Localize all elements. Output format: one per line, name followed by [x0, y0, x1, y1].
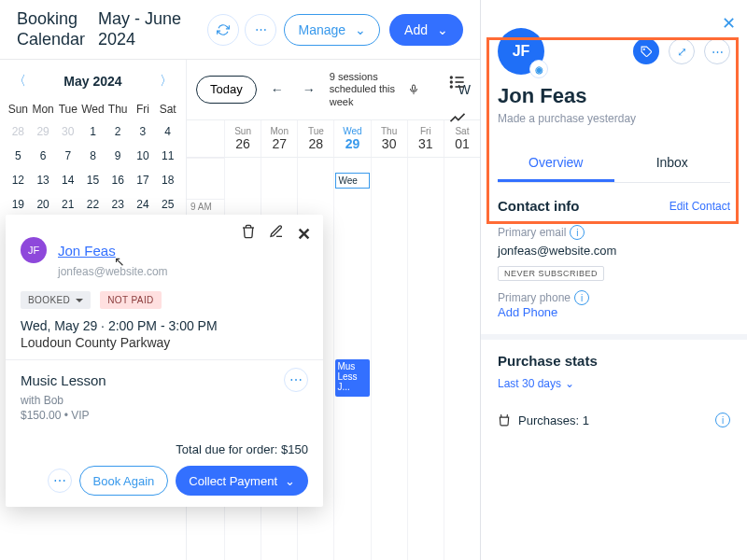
service-more-icon[interactable]: ⋯ [284, 368, 308, 392]
date-range: May - June2024 [98, 9, 181, 49]
cursor-icon: ↖ [114, 254, 125, 269]
add-phone-link[interactable]: Add Phone [498, 305, 730, 319]
contact-panel: ✕ JF ◉ ⤢ ⋯ Jon Feas Made a purchase yest… [481, 0, 747, 560]
calendar-day[interactable]: 3 [131, 119, 156, 144]
calendar-day[interactable]: 7 [55, 144, 80, 168]
field-label: Primary phone i [498, 290, 730, 305]
svg-rect-0 [412, 85, 415, 91]
delete-icon[interactable] [241, 224, 258, 241]
day-column-header[interactable]: Tue28 [297, 120, 333, 157]
calendar-day[interactable]: 8 [80, 144, 106, 168]
add-button[interactable]: Add⌄ [389, 14, 463, 46]
subscription-badge: NEVER SUBSCRIBED [498, 266, 604, 281]
dow-label: Tue [55, 99, 80, 119]
list-icon[interactable] [448, 73, 467, 91]
calendar-day[interactable]: 14 [55, 168, 80, 192]
contact-name: Jon Feas [498, 84, 730, 108]
dow-label: Fri [131, 99, 156, 119]
next-week-icon[interactable]: → [298, 78, 320, 101]
calendar-day[interactable]: 18 [155, 168, 180, 192]
service-price: $150.00 • VIP [21, 409, 308, 422]
calendar-day[interactable]: 16 [106, 168, 131, 192]
svg-point-7 [643, 49, 644, 49]
booking-time: Wed, May 29 · 2:00 PM - 3:00 PM [21, 318, 308, 333]
tab-overview[interactable]: Overview [498, 146, 614, 182]
calendar-day[interactable]: 25 [155, 192, 180, 217]
section-title: Contact info [498, 198, 580, 214]
calendar-day[interactable]: 29 [31, 119, 56, 144]
day-column-header[interactable]: Fri31 [407, 120, 444, 157]
event-chip[interactable]: MusLessJ... [335, 359, 369, 397]
close-icon[interactable]: ✕ [297, 224, 314, 241]
expand-icon[interactable]: ⤢ [669, 38, 695, 64]
calendar-day[interactable]: 12 [6, 168, 31, 192]
day-column-header[interactable]: Sun26 [224, 120, 261, 157]
status-badge[interactable]: BOOKED [21, 291, 91, 309]
dow-label: Wed [80, 99, 106, 119]
dow-label: Mon [31, 99, 56, 119]
range-dropdown[interactable]: Last 30 days ⌄ [498, 377, 574, 390]
svg-point-1 [451, 77, 453, 78]
prev-month-icon[interactable]: 〈 [13, 73, 26, 90]
field-label: Primary email i [498, 225, 730, 240]
close-panel-icon[interactable]: ✕ [722, 13, 736, 34]
refresh-icon[interactable] [207, 14, 239, 46]
calendar-day[interactable]: 2 [106, 119, 131, 144]
info-icon[interactable]: i [570, 225, 585, 240]
calendar-day[interactable]: 1 [80, 119, 106, 144]
calendar-day[interactable]: 21 [55, 192, 80, 217]
calendar-day[interactable]: 13 [31, 168, 56, 192]
calendar-day[interactable]: 24 [131, 192, 156, 217]
calendar-day[interactable]: 22 [80, 192, 106, 217]
day-column-header[interactable]: Wed29 [333, 120, 370, 157]
calendar-day[interactable]: 23 [106, 192, 131, 217]
calendar-day[interactable]: 6 [31, 144, 56, 168]
day-column-header[interactable]: Thu30 [371, 120, 407, 157]
service-name: Music Lesson [21, 372, 106, 388]
manage-button[interactable]: Manage⌄ [284, 14, 380, 46]
calendar-day[interactable]: 20 [31, 192, 56, 217]
event-chip[interactable]: Wee [335, 173, 369, 189]
calendar-day[interactable]: 4 [155, 119, 180, 144]
section-title: Purchase stats [498, 353, 730, 369]
primary-email: jonfeas@website.com [498, 244, 730, 258]
bag-icon [498, 413, 511, 427]
calendar-day[interactable]: 30 [55, 119, 80, 144]
analytics-icon[interactable] [448, 108, 467, 127]
edit-icon[interactable] [269, 224, 286, 241]
calendar-day[interactable]: 15 [80, 168, 106, 192]
calendar-day[interactable]: 5 [6, 144, 31, 168]
sessions-note: 9 sessions scheduled this week [330, 71, 419, 108]
today-button[interactable]: Today [196, 76, 257, 104]
more-icon[interactable]: ⋯ [704, 38, 730, 64]
svg-point-5 [451, 86, 453, 88]
purchases-count: Purchases: 1 [518, 413, 589, 427]
book-again-button[interactable]: Book Again [79, 466, 169, 496]
calendar-day[interactable]: 9 [106, 144, 131, 168]
calendar-day[interactable]: 28 [6, 119, 31, 144]
day-column-header[interactable]: Mon27 [261, 120, 297, 157]
info-icon[interactable]: i [715, 413, 730, 427]
footer-more-icon[interactable]: ⋯ [48, 469, 72, 493]
dow-label: Thu [106, 99, 131, 119]
prev-week-icon[interactable]: ← [266, 78, 289, 101]
next-month-icon[interactable]: 〉 [160, 73, 173, 90]
calendar-day[interactable]: 11 [155, 144, 180, 168]
edit-contact-link[interactable]: Edit Contact [669, 200, 730, 213]
mini-cal-title: May 2024 [63, 74, 121, 89]
calendar-day[interactable]: 17 [131, 168, 156, 192]
payment-badge: NOT PAID [100, 291, 162, 309]
mic-icon [408, 84, 419, 95]
calendar-day[interactable]: 19 [6, 192, 31, 217]
svg-point-3 [451, 81, 453, 83]
camera-icon[interactable]: ◉ [529, 60, 548, 78]
tag-icon[interactable] [633, 38, 659, 64]
collect-payment-button[interactable]: Collect Payment⌄ [176, 466, 308, 496]
calendar-day[interactable]: 10 [131, 144, 156, 168]
info-icon[interactable]: i [574, 290, 589, 305]
more-icon[interactable]: ⋯ [245, 14, 276, 46]
customer-name-link[interactable]: Jon Feas [58, 243, 116, 259]
customer-email: jonfeas@website.com [58, 265, 308, 278]
top-bar: BookingCalendar May - June2024 ⋯ Manage⌄… [0, 0, 480, 60]
tab-inbox[interactable]: Inbox [614, 146, 731, 182]
